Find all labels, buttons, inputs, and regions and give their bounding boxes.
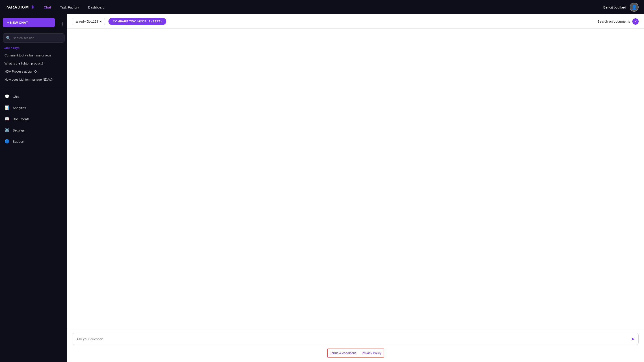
session-item[interactable]: How does Lighton manage NDAs? — [3, 76, 64, 84]
avatar-icon: 👤 — [632, 4, 637, 10]
sidebar-item-documents[interactable]: 📖 Documents — [3, 113, 64, 124]
chat-icon: 💬 — [4, 94, 10, 99]
send-icon: ➤ — [631, 336, 635, 342]
logo-star-icon: ✳ — [31, 4, 35, 10]
privacy-policy-link[interactable]: Privacy Policy — [362, 351, 382, 355]
session-item[interactable]: What is the lighton product? — [3, 59, 64, 68]
main-layout: + NEW CHAT ⊣ 🔍 Last 7 days Comment tout … — [0, 14, 644, 362]
logo-text: PARADIGM — [6, 5, 29, 10]
compare-models-button[interactable]: COMPARE TWO MODELS (BETA) — [108, 18, 166, 25]
sidebar-item-settings[interactable]: ⚙️ Settings — [3, 124, 64, 136]
nav-left: PARADIGM ✳ Chat Task Factory Dashboard — [6, 4, 104, 10]
footer-links: Terms & conditions Privacy Policy — [327, 348, 384, 358]
new-chat-row: + NEW CHAT ⊣ — [3, 18, 64, 30]
top-navigation: PARADIGM ✳ Chat Task Factory Dashboard B… — [0, 0, 644, 14]
sidebar-item-support-label: Support — [12, 140, 24, 143]
section-label: Last 7 days — [3, 46, 64, 50]
dropdown-icon: ▾ — [100, 20, 102, 23]
sidebar-item-chat[interactable]: 💬 Chat — [3, 91, 64, 102]
sidebar-item-analytics[interactable]: 📊 Analytics — [3, 102, 64, 113]
footer-wrapper: Terms & conditions Privacy Policy — [67, 348, 644, 362]
sidebar-item-documents-label: Documents — [12, 117, 30, 121]
search-session-box: 🔍 — [3, 34, 64, 42]
analytics-icon: 📊 — [4, 105, 10, 110]
support-icon: 🔵 — [4, 139, 10, 144]
nav-dashboard-link[interactable]: Dashboard — [88, 6, 104, 9]
sidebar-item-analytics-label: Analytics — [12, 106, 26, 110]
chat-input-container: ➤ — [67, 329, 644, 348]
send-button[interactable]: ➤ — [631, 336, 635, 342]
sidebar-item-chat-label: Chat — [12, 95, 20, 98]
sidebar: + NEW CHAT ⊣ 🔍 Last 7 days Comment tout … — [0, 14, 67, 362]
collapse-button[interactable]: ⊣ — [57, 20, 64, 28]
content-header: alfred-40b-1123 ▾ COMPARE TWO MODELS (BE… — [67, 14, 644, 29]
user-name: Benoit bouffard — [604, 6, 626, 9]
model-selector-value: alfred-40b-1123 — [76, 20, 98, 23]
chat-input-box: ➤ — [72, 333, 638, 345]
search-on-documents: Search on documents ✓ — [598, 18, 638, 25]
documents-icon: 📖 — [4, 116, 10, 122]
search-session-input[interactable] — [13, 36, 61, 40]
search-icon: 🔍 — [6, 36, 10, 40]
session-item[interactable]: NDA Process at LightOn — [3, 68, 64, 76]
terms-conditions-link[interactable]: Terms & conditions — [330, 351, 356, 355]
sidebar-item-settings-label: Settings — [12, 128, 25, 132]
session-item[interactable]: Comment tout va bien merci vous — [3, 51, 64, 59]
logo: PARADIGM ✳ — [6, 4, 35, 10]
avatar[interactable]: 👤 — [630, 3, 638, 12]
new-chat-button[interactable]: + NEW CHAT — [3, 18, 55, 27]
chat-body — [67, 29, 644, 329]
search-docs-toggle[interactable]: ✓ — [632, 18, 638, 25]
search-docs-label: Search on documents — [598, 20, 630, 23]
content-area: alfred-40b-1123 ▾ COMPARE TWO MODELS (BE… — [67, 14, 644, 362]
model-selector[interactable]: alfred-40b-1123 ▾ — [72, 18, 105, 25]
chat-input[interactable] — [76, 337, 628, 341]
settings-icon: ⚙️ — [4, 128, 10, 132]
nav-task-factory-link[interactable]: Task Factory — [60, 6, 79, 9]
nav-chat-link[interactable]: Chat — [44, 6, 51, 9]
sidebar-item-support[interactable]: 🔵 Support — [3, 136, 64, 147]
nav-right: Benoit bouffard 👤 — [604, 3, 638, 12]
